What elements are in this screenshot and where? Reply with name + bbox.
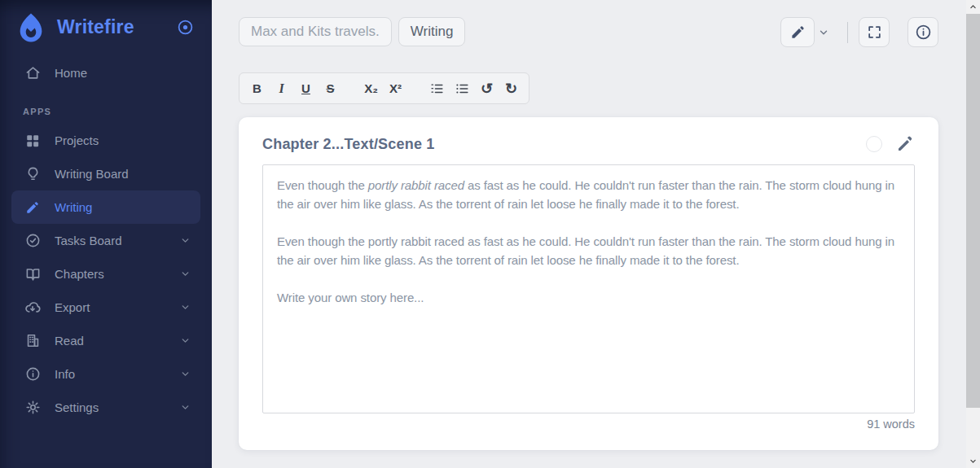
scrollbar-thumb[interactable] bbox=[966, 14, 980, 408]
sidebar-item-home[interactable]: Home bbox=[0, 56, 212, 90]
strikethrough-button[interactable]: S bbox=[323, 80, 337, 97]
fullscreen-button[interactable] bbox=[859, 17, 890, 47]
page-header: Max and Kits travels. Writing bbox=[239, 17, 938, 47]
chevron-down-icon bbox=[180, 335, 191, 346]
header-actions bbox=[780, 17, 938, 47]
sidebar-item-label: Tasks Board bbox=[55, 234, 122, 247]
sidebar-item-chapters[interactable]: Chapters bbox=[0, 257, 212, 291]
app-title: Writefire bbox=[57, 16, 134, 38]
lightbulb-icon bbox=[24, 166, 41, 182]
main-content: Max and Kits travels. Writing bbox=[212, 0, 980, 468]
sidebar-item-label: Export bbox=[55, 300, 90, 314]
chevron-down-icon bbox=[180, 302, 191, 313]
building-icon bbox=[24, 333, 41, 349]
info-circle-icon bbox=[24, 366, 41, 383]
sidebar-item-label: Projects bbox=[55, 133, 99, 147]
chevron-down-icon bbox=[180, 269, 191, 279]
word-count: 91 words bbox=[262, 418, 915, 431]
sidebar-header: Writefire bbox=[0, 0, 212, 54]
page-scrollbar[interactable] bbox=[966, 0, 980, 468]
sidebar-item-writing-board[interactable]: Writing Board bbox=[0, 157, 212, 190]
unordered-list-icon bbox=[455, 81, 469, 96]
redo-icon: ↻ bbox=[505, 81, 517, 96]
undo-button[interactable]: ↺ bbox=[480, 80, 494, 97]
info-circle-icon bbox=[915, 24, 932, 41]
chevron-down-icon bbox=[180, 402, 191, 413]
ordered-list-icon bbox=[429, 81, 444, 96]
sidebar-section-label: APPS bbox=[23, 107, 212, 116]
unordered-list-button[interactable] bbox=[455, 80, 469, 97]
home-icon bbox=[24, 65, 41, 81]
pencil-icon bbox=[790, 24, 806, 40]
section-chip[interactable]: Writing bbox=[398, 17, 466, 46]
italic-button[interactable]: I bbox=[275, 80, 288, 97]
ordered-list-button[interactable] bbox=[429, 80, 444, 97]
italic-text: portly rabbit raced bbox=[368, 178, 464, 192]
story-paragraph: Even though the portly rabbit raced as f… bbox=[277, 232, 900, 269]
sidebar-item-label: Info bbox=[55, 367, 75, 381]
chevron-down-icon[interactable] bbox=[818, 27, 829, 38]
scene-status-circle[interactable] bbox=[866, 136, 882, 152]
sidebar-item-projects[interactable]: Projects bbox=[0, 124, 212, 157]
undo-icon: ↺ bbox=[481, 81, 493, 96]
bold-button[interactable]: B bbox=[250, 80, 264, 97]
sidebar-item-writing[interactable]: Writing bbox=[11, 190, 200, 224]
story-paragraph: Even though the portly rabbit raced as f… bbox=[277, 176, 900, 213]
pencil-icon bbox=[24, 199, 41, 216]
edit-scene-pencil-icon[interactable] bbox=[895, 134, 915, 154]
superscript-button[interactable]: X² bbox=[389, 80, 402, 97]
cloud-download-icon bbox=[24, 300, 41, 316]
sidebar-nav: Home APPS Projects Writing Board Writ bbox=[0, 54, 212, 424]
scroll-up-arrow-icon[interactable] bbox=[966, 0, 980, 14]
project-chip[interactable]: Max and Kits travels. bbox=[239, 17, 392, 46]
chevron-down-icon bbox=[180, 235, 191, 246]
sidebar-item-label: Settings bbox=[55, 400, 99, 414]
sidebar-item-label: Writing bbox=[55, 200, 92, 214]
sidebar-item-settings[interactable]: Settings bbox=[0, 391, 212, 424]
scene-card: Chapter 2...Text/Scene 1 Even though the… bbox=[239, 117, 938, 450]
sidebar-item-read[interactable]: Read bbox=[0, 324, 212, 357]
edit-mode-button[interactable] bbox=[780, 17, 815, 47]
scene-card-header: Chapter 2...Text/Scene 1 bbox=[262, 134, 915, 154]
check-circle-icon bbox=[24, 233, 41, 249]
scroll-down-arrow-icon[interactable] bbox=[966, 454, 980, 468]
redo-button[interactable]: ↻ bbox=[504, 80, 518, 97]
sidebar-item-label: Writing Board bbox=[55, 167, 129, 181]
divider bbox=[847, 22, 848, 43]
scene-title: Chapter 2...Text/Scene 1 bbox=[262, 136, 435, 153]
subscript-button[interactable]: X₂ bbox=[364, 80, 378, 97]
fullscreen-icon bbox=[867, 24, 882, 40]
sidebar: Writefire Home APPS Projects bbox=[0, 0, 212, 468]
app-window: Writefire Home APPS Projects bbox=[0, 0, 980, 468]
book-icon bbox=[24, 266, 41, 282]
chevron-down-icon bbox=[180, 369, 191, 379]
story-paragraph: Write your own story here... bbox=[277, 288, 900, 307]
format-toolbar: B I U S X₂ X² ↺ ↻ bbox=[239, 72, 530, 104]
sidebar-item-tasks-board[interactable]: Tasks Board bbox=[0, 224, 212, 257]
sidebar-item-export[interactable]: Export bbox=[0, 291, 212, 324]
focus-target-icon[interactable] bbox=[177, 19, 194, 36]
story-text-editor[interactable]: Even though the portly rabbit raced as f… bbox=[262, 164, 915, 413]
underline-button[interactable]: U bbox=[299, 80, 313, 97]
gear-icon bbox=[24, 400, 41, 416]
sidebar-item-label: Read bbox=[55, 334, 84, 348]
grid-icon bbox=[24, 133, 41, 149]
sidebar-item-label: Home bbox=[55, 66, 87, 80]
sidebar-item-label: Chapters bbox=[55, 267, 104, 281]
writefire-logo-flame-icon bbox=[15, 11, 47, 44]
info-button[interactable] bbox=[907, 17, 938, 47]
breadcrumb: Max and Kits travels. Writing bbox=[239, 17, 465, 46]
sidebar-item-info[interactable]: Info bbox=[0, 357, 212, 391]
